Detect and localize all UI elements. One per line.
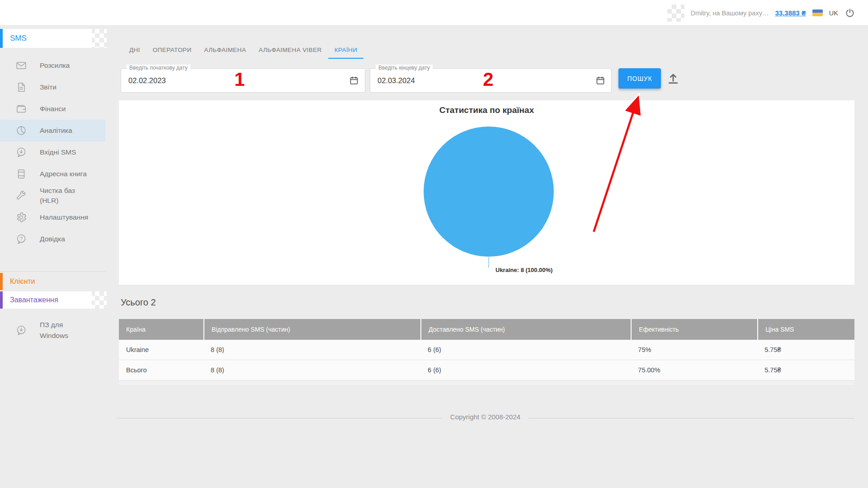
clients-label: Клієнти [10,277,35,286]
column-header-price: Ціна SMS [757,319,854,340]
svg-text:?: ? [20,236,23,241]
end-date-label: Введіть кінцеву дату [376,65,433,71]
sidebar-item-chystka-baz[interactable]: Чистка баз (HLR) [0,185,105,206]
total-count-label: Усього 2 [121,297,156,308]
table-footer-strip [119,380,854,385]
analytics-pie-icon [15,125,27,136]
language-label[interactable]: UK [829,9,838,17]
sidebar-menu: Розсилка Звіти Фінанси Аналітика Вхідні … [0,55,105,250]
sidebar-item-dovidka[interactable]: ? Довідка [0,228,105,250]
sidebar-item-adresna-knyha[interactable]: Адресна книга [0,163,105,185]
cell-price: 5.75₴ [757,360,854,380]
sidebar-section-downloads[interactable]: Завантаження [0,291,92,309]
cell-efficiency: 75% [631,340,757,360]
cell-sent: 8 (8) [203,360,420,380]
pie-slice-ukraine[interactable] [424,127,554,257]
balance-link[interactable]: 33,3883 ₴ [775,9,806,17]
checker-decoration [667,5,684,22]
ukraine-flag-icon[interactable] [812,9,823,16]
annotation-step-2: 2 [475,69,502,90]
cell-price: 5.75₴ [757,340,854,360]
tab-operatory[interactable]: ОПЕРАТОРИ [146,47,198,59]
checker-decoration [90,29,107,48]
cell-country: Ukraine [119,340,203,360]
sidebar-item-label: Вхідні SMS [40,147,76,157]
column-header-delivered: Доставлено SMS (частин) [420,319,631,340]
table-row-total: Всього 8 (8) 6 (6) 75.00% 5.75₴ [119,360,854,380]
sidebar-item-label: Налаштування [40,212,88,222]
sidebar-item-label: Адресна книга [40,169,87,179]
upload-button[interactable] [665,70,681,86]
cell-delivered: 6 (6) [420,360,631,380]
sidebar-item-label: Довідка [40,234,65,244]
sidebar-item-vhidni-sms[interactable]: Вхідні SMS [0,141,105,163]
footer: Copyright © 2008-2024 [116,413,854,421]
cell-sent: 8 (8) [203,340,420,360]
table-header-row: Країна Відправлено SMS (частин) Доставле… [119,319,854,340]
help-icon: ? [15,233,27,245]
sidebar-item-zvity[interactable]: Звіти [0,76,105,98]
cell-country: Всього [119,360,203,380]
column-header-sent: Відправлено SMS (частин) [203,319,420,340]
user-account-text: Dmitry, на Вашому раху… [691,9,769,17]
sidebar-item-label: Фінанси [40,104,66,114]
search-button[interactable]: ПОШУК [618,68,661,89]
sidebar-item-label: Розсилка [40,61,70,70]
tab-bar: ДНІ ОПЕРАТОРИ АЛЬФАІМЕНА АЛЬФАІМЕНА VIBE… [123,42,363,59]
inbox-sms-icon [15,146,27,158]
tab-alfaimena-viber[interactable]: АЛЬФАІМЕНА VIBER [252,47,328,59]
sms-section-title: SMS [10,34,27,43]
download-icon [15,324,27,336]
sidebar-item-label: Аналітика [40,126,72,136]
report-icon [15,81,27,93]
countries-table: Країна Відправлено SMS (частин) Доставле… [119,319,854,385]
wallet-icon [15,103,27,115]
cell-efficiency: 75.00% [631,360,757,380]
sidebar-section-sms[interactable]: SMS [0,29,92,48]
sidebar-divider [0,271,105,272]
sidebar-item-label: Чистка баз (HLR) [40,186,90,206]
sidebar-item-rozsylka[interactable]: Розсилка [0,55,105,76]
pie-leader-line [488,256,489,268]
pie-point-label: Ukraine: 8 (100.00%) [495,267,552,273]
sidebar-item-nalashtuvannia[interactable]: Налаштування [0,206,105,228]
upload-icon [666,71,680,85]
sidebar-item-finansy[interactable]: Фінанси [0,98,105,120]
end-date-value: 02.03.2024 [377,76,415,85]
checker-decoration [90,291,107,309]
topbar: Dmitry, на Вашому раху… 33,3883 ₴ UK [0,0,868,26]
sidebar-item-pz-windows[interactable]: ПЗ для Windows [0,319,105,341]
gear-icon [15,211,27,223]
start-date-value: 02.02.2023 [128,76,166,85]
app-root: Dmitry, на Вашому раху… 33,3883 ₴ UK SMS… [0,0,868,488]
sidebar: SMS Розсилка Звіти Фінанси Аналітика [0,26,105,488]
chart-panel: Статистика по країнах Ukraine: 8 (100.00… [119,100,854,285]
annotation-step-1: 1 [226,69,253,90]
wrench-icon [15,190,27,202]
sidebar-item-analityka[interactable]: Аналітика [0,120,105,141]
calendar-icon[interactable] [349,75,359,85]
calendar-icon[interactable] [595,75,605,85]
downloads-label: Завантаження [10,296,58,304]
copyright-text: Copyright © 2008-2024 [442,413,528,421]
tab-dni[interactable]: ДНІ [123,47,146,59]
start-date-label: Введіть початкову дату [127,65,190,71]
sidebar-section-clients[interactable]: Клієнти [0,273,92,290]
mail-icon [15,60,27,71]
address-book-icon [15,168,27,180]
power-button[interactable] [844,8,855,19]
column-header-efficiency: Ефективність [631,319,757,340]
tab-alfaimena[interactable]: АЛЬФАІМЕНА [198,47,253,59]
tab-krainy[interactable]: КРАЇНИ [328,47,364,59]
column-header-country: Країна [119,319,203,340]
sidebar-item-label: Звіти [40,82,57,92]
table-row: Ukraine 8 (8) 6 (6) 75% 5.75₴ [119,340,854,360]
cell-delivered: 6 (6) [420,340,631,360]
pz-windows-label: ПЗ для Windows [40,319,78,341]
power-icon [844,8,855,19]
chart-title: Статистика по країнах [119,105,854,115]
